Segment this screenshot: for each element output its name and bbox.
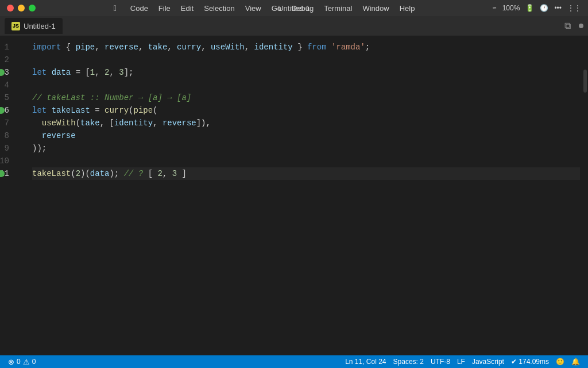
code-line-1: import { pipe, reverse, take, curry, use… xyxy=(32,41,580,53)
titlebar-left xyxy=(7,5,36,12)
tab-filename: Untitled-1 xyxy=(24,22,56,30)
status-left: ⊗ 0 ⚠ 0 xyxy=(5,355,39,368)
warning-count: 0 xyxy=(32,358,36,366)
gutter-6: 6 xyxy=(0,104,18,117)
menu-selection[interactable]: Selection xyxy=(199,3,239,14)
status-spaces[interactable]: Spaces: 2 xyxy=(390,355,427,368)
menu-code[interactable]: Code xyxy=(126,3,153,14)
grid-icon: ⋮⋮ xyxy=(567,4,581,12)
gutter-3: 3 xyxy=(0,66,18,79)
titlebar:  Code File Edit Selection View Go Debug… xyxy=(0,0,588,16)
tabbar: JS Untitled-1 ⧉ xyxy=(0,16,588,36)
line-numbers: 1 2 3 4 5 6 7 8 9 10 11 xyxy=(0,41,28,351)
battery-label: 100% xyxy=(502,4,520,12)
smiley-icon: 🙂 xyxy=(556,358,564,366)
code-line-4 xyxy=(32,79,580,91)
code-line-6: let takeLast = curry(pipe( xyxy=(32,104,580,117)
code-line-5: // takeLast :: Number → [a] → [a] xyxy=(32,91,580,104)
status-bell[interactable]: 🔔 xyxy=(568,355,583,368)
menu-terminal[interactable]: Terminal xyxy=(319,3,357,14)
code-line-11: takeLast(2)(data); // ? [ 2, 3 ] xyxy=(32,167,580,180)
titlebar-right: ≈ 100% 🔋 🕐 ••• ⋮⋮ xyxy=(493,4,581,12)
status-right: Ln 11, Col 24 Spaces: 2 UTF-8 LF JavaScr… xyxy=(342,355,583,368)
unsaved-indicator xyxy=(579,24,583,28)
close-button[interactable] xyxy=(7,5,14,12)
code-line-2 xyxy=(32,53,580,66)
menu-view[interactable]: View xyxy=(241,3,266,14)
scrollbar-track[interactable] xyxy=(580,41,588,351)
statusbar: ⊗ 0 ⚠ 0 Ln 11, Col 24 Spaces: 2 UTF-8 LF… xyxy=(0,355,588,368)
error-icon: ⊗ xyxy=(8,358,14,366)
window-title: Untitled-1 xyxy=(278,4,310,13)
wifi-icon: ≈ xyxy=(493,4,497,12)
editor-tab[interactable]: JS Untitled-1 xyxy=(5,18,63,34)
gutter-4: 4 xyxy=(0,79,18,91)
encoding-label: UTF-8 xyxy=(431,358,450,366)
gutter-2: 2 xyxy=(0,53,18,66)
code-content[interactable]: import { pipe, reverse, take, curry, use… xyxy=(28,41,580,351)
split-editor-button[interactable]: ⧉ xyxy=(561,20,574,32)
gutter-8: 8 xyxy=(0,129,18,142)
gutter-7: 7 xyxy=(0,117,18,129)
menu-file[interactable]: File xyxy=(154,3,175,14)
code-editor[interactable]: 1 2 3 4 5 6 7 8 9 10 11 xyxy=(0,36,588,355)
code-line-10 xyxy=(32,155,580,167)
code-line-9: )); xyxy=(32,142,580,155)
gutter-9: 9 xyxy=(0,142,18,155)
more-icon: ••• xyxy=(554,4,562,12)
spaces-label: Spaces: 2 xyxy=(393,358,424,366)
clock-icon: 🕐 xyxy=(540,4,548,12)
gutter-5: 5 xyxy=(0,91,18,104)
gutter-11: 11 xyxy=(0,167,18,180)
bell-icon: 🔔 xyxy=(571,358,580,366)
error-count: 0 xyxy=(17,358,21,366)
maximize-button[interactable] xyxy=(29,5,36,12)
editor-pane[interactable]: 1 2 3 4 5 6 7 8 9 10 11 xyxy=(0,36,588,355)
status-eol[interactable]: LF xyxy=(454,355,469,368)
js-file-icon: JS xyxy=(11,22,20,30)
traffic-lights xyxy=(7,5,36,12)
status-errors[interactable]: ⊗ 0 ⚠ 0 xyxy=(5,355,39,368)
minimize-button[interactable] xyxy=(18,5,25,12)
code-line-7: useWith(take, [identity, reverse]), xyxy=(32,117,580,129)
position-label: Ln 11, Col 24 xyxy=(345,358,386,366)
status-language[interactable]: JavaScript xyxy=(469,355,508,368)
code-line-8: reverse xyxy=(32,129,580,142)
menu-edit[interactable]: Edit xyxy=(176,3,198,14)
code-line-3: let data = [1, 2, 3]; xyxy=(32,66,580,79)
apple-menu[interactable]:  xyxy=(109,2,121,14)
menubar:  Code File Edit Selection View Go Debug… xyxy=(109,2,420,14)
status-smiley[interactable]: 🙂 xyxy=(552,355,568,368)
menu-window[interactable]: Window xyxy=(358,3,393,14)
battery-icon: 🔋 xyxy=(525,4,534,12)
main-area: 1 2 3 4 5 6 7 8 9 10 11 xyxy=(0,36,588,355)
scrollbar-thumb[interactable] xyxy=(583,70,587,93)
gutter-10: 10 xyxy=(0,155,18,167)
menu-help[interactable]: Help xyxy=(395,3,420,14)
gutter-1: 1 xyxy=(0,41,18,53)
status-encoding[interactable]: UTF-8 xyxy=(427,355,454,368)
language-label: JavaScript xyxy=(472,358,504,366)
perf-label: ✔ 174.09ms xyxy=(511,358,549,366)
status-position[interactable]: Ln 11, Col 24 xyxy=(342,355,389,368)
eol-label: LF xyxy=(457,358,465,366)
warning-icon: ⚠ xyxy=(23,358,30,366)
tab-actions: ⧉ xyxy=(561,20,583,32)
status-perf[interactable]: ✔ 174.09ms xyxy=(508,355,552,368)
